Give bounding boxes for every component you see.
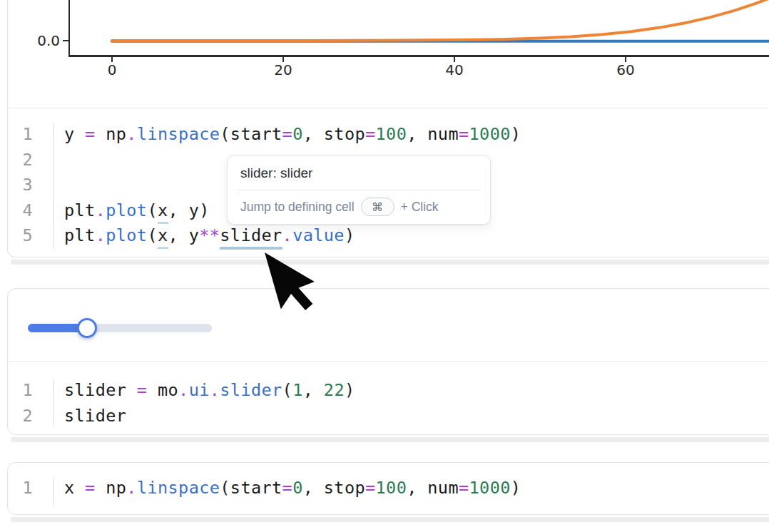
code-token: y bbox=[64, 124, 85, 144]
code-token: slider bbox=[64, 406, 126, 426]
code-token: 22 bbox=[324, 380, 345, 400]
code-token: value bbox=[292, 225, 345, 245]
code-token: mo bbox=[158, 380, 178, 400]
code-line[interactable]: plt.plot(x, y**slider.value) bbox=[64, 223, 521, 249]
code-token: ( bbox=[147, 225, 158, 245]
code-line[interactable]: y = np.linspace(start=0, stop=100, num=1… bbox=[64, 122, 521, 148]
code-token: , stop bbox=[303, 478, 365, 498]
code-line[interactable]: slider = mo.ui.slider(1, 22) bbox=[64, 378, 355, 404]
code-token: , num bbox=[407, 124, 459, 144]
code-lines[interactable]: x = np.linspace(start=0, stop=100, num=1… bbox=[54, 476, 521, 501]
y-tick-mark bbox=[63, 40, 69, 41]
code-token: = bbox=[459, 124, 469, 144]
command-key-badge: ⌘ bbox=[361, 198, 394, 216]
code-token: 0 bbox=[292, 478, 303, 498]
code-token: x bbox=[158, 200, 168, 224]
code-token: = bbox=[137, 380, 158, 400]
code-token: . bbox=[126, 124, 137, 144]
code-token: 1000 bbox=[469, 478, 511, 498]
code-token: ) bbox=[511, 124, 521, 144]
series-orange-line bbox=[112, 0, 769, 41]
code-token: ) bbox=[345, 380, 355, 400]
x-tick-label: 40 bbox=[433, 61, 476, 78]
line-number-gutter: 12345 bbox=[8, 122, 54, 249]
code-token: . bbox=[96, 225, 106, 245]
code-token: . bbox=[282, 225, 293, 245]
code-line[interactable]: x = np.linspace(start=0, stop=100, num=1… bbox=[64, 476, 521, 501]
y-tick-label: 0.0 bbox=[20, 32, 60, 49]
code-token: , bbox=[303, 380, 324, 400]
code-token: = bbox=[365, 124, 376, 144]
slider-track[interactable] bbox=[28, 324, 212, 332]
matplotlib-figure: 0.0 0204060 bbox=[0, 0, 769, 109]
line-number: 4 bbox=[8, 198, 33, 224]
y-axis-spine bbox=[68, 0, 70, 56]
marimo-notebook: 12345y = np.linspace(start=0, stop=100, … bbox=[0, 0, 769, 532]
line-number: 1 bbox=[8, 122, 33, 148]
tooltip-click-suffix: + Click bbox=[401, 200, 439, 215]
code-editor-2[interactable]: 12slider = mo.ui.slider(1, 22)slider bbox=[8, 361, 769, 434]
code-token: linspace bbox=[137, 124, 220, 144]
mouse-cursor-icon bbox=[265, 252, 343, 331]
code-token: = bbox=[282, 124, 293, 144]
x-tick-label: 0 bbox=[91, 61, 133, 78]
code-token: plt bbox=[64, 200, 96, 220]
code-token: = bbox=[459, 478, 469, 498]
code-token: 0 bbox=[292, 124, 303, 144]
x-tick-label: 60 bbox=[604, 61, 647, 78]
code-token: plot bbox=[106, 200, 147, 220]
code-token: ui bbox=[189, 380, 210, 400]
code-token: . bbox=[178, 380, 189, 400]
code-token: x bbox=[158, 225, 168, 249]
code-token: slider bbox=[64, 380, 137, 400]
code-token: np bbox=[106, 478, 126, 498]
code-token: ( bbox=[147, 200, 158, 220]
cell-slider: 12slider = mo.ui.slider(1, 22)slider bbox=[7, 288, 769, 435]
code-token: , y bbox=[168, 225, 200, 245]
code-token: slider bbox=[220, 380, 282, 400]
line-number: 1 bbox=[8, 378, 33, 404]
code-token: , y) bbox=[168, 200, 210, 220]
code-token: (start bbox=[220, 124, 282, 144]
code-token: 1 bbox=[292, 380, 303, 400]
code-token: slider bbox=[220, 225, 282, 250]
code-editor-3[interactable]: 1x = np.linspace(start=0, stop=100, num=… bbox=[8, 463, 769, 514]
code-token: ( bbox=[282, 380, 293, 400]
code-token: ) bbox=[511, 478, 521, 498]
line-number: 5 bbox=[8, 223, 33, 249]
line-number: 1 bbox=[8, 476, 33, 501]
tooltip-hint-row: Jump to defining cell ⌘ + Click bbox=[240, 198, 477, 216]
jump-to-defining-cell-link[interactable]: Jump to defining cell bbox=[240, 200, 355, 215]
code-token: , num bbox=[407, 478, 459, 498]
code-line[interactable]: slider bbox=[64, 404, 355, 429]
code-token: 1000 bbox=[469, 124, 511, 144]
code-token: 100 bbox=[376, 124, 407, 144]
line-number-gutter: 12 bbox=[8, 378, 54, 429]
code-token: 100 bbox=[376, 478, 407, 498]
code-token: = bbox=[85, 124, 106, 144]
code-token: . bbox=[126, 478, 137, 498]
cell-x-definition: 1x = np.linspace(start=0, stop=100, num=… bbox=[7, 462, 769, 515]
code-token: plot bbox=[106, 225, 147, 245]
code-token: = bbox=[85, 478, 106, 498]
tooltip-title: slider: slider bbox=[240, 165, 477, 181]
code-token: = bbox=[282, 478, 293, 498]
tooltip-divider bbox=[238, 190, 480, 190]
code-token: x bbox=[64, 478, 85, 498]
line-number: 2 bbox=[8, 148, 33, 173]
code-token: = bbox=[365, 478, 376, 498]
code-token: , stop bbox=[303, 124, 365, 144]
variable-hover-tooltip: slider: slider Jump to defining cell ⌘ +… bbox=[227, 155, 491, 225]
code-token: plt bbox=[64, 225, 96, 245]
code-token: . bbox=[210, 380, 220, 400]
line-number-gutter: 1 bbox=[8, 476, 54, 501]
code-lines[interactable]: slider = mo.ui.slider(1, 22)slider bbox=[54, 378, 355, 429]
x-axis-spine bbox=[68, 55, 769, 57]
code-token: (start bbox=[220, 478, 282, 498]
slider-handle[interactable] bbox=[77, 318, 97, 338]
code-token: np bbox=[106, 124, 126, 144]
code-token: . bbox=[96, 200, 106, 220]
code-token: linspace bbox=[137, 478, 220, 498]
line-number: 3 bbox=[8, 173, 33, 198]
x-tick-label: 20 bbox=[262, 61, 305, 78]
